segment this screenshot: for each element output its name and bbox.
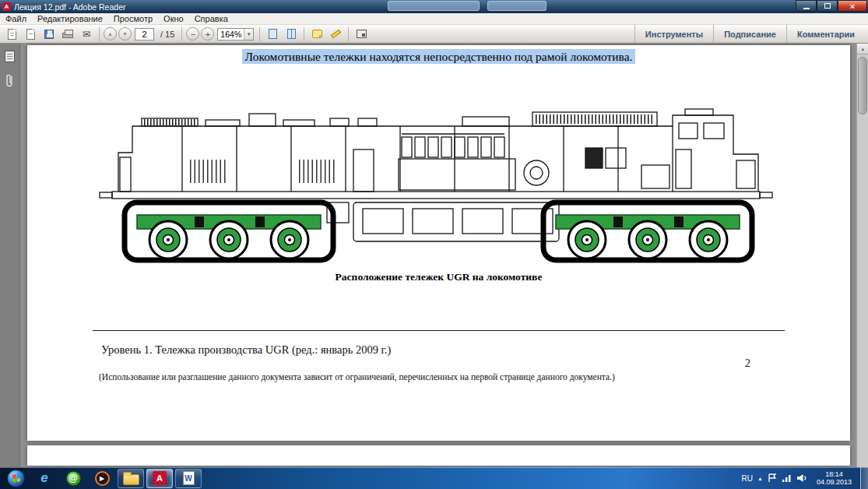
next-page-button[interactable]: ▼ <box>118 27 132 40</box>
zoom-level-value: 164% <box>218 30 244 39</box>
sticky-note-icon <box>312 30 322 38</box>
maximize-button[interactable] <box>817 0 838 12</box>
taskbar-clock[interactable]: 18:14 04.09.2013 <box>813 470 856 486</box>
close-button[interactable]: × <box>838 0 867 12</box>
start-button[interactable] <box>7 470 25 487</box>
toolbar-separator <box>259 27 260 41</box>
zoom-in-button[interactable]: + <box>201 27 214 40</box>
system-tray: RU ▲ 18:14 04.09.2013 <box>742 467 868 489</box>
print-button[interactable] <box>59 26 76 42</box>
document-page-number: 2 <box>27 357 850 370</box>
figure-caption: Расположение тележек UGR на локомотиве <box>27 271 850 283</box>
taskbar-explorer-button[interactable] <box>118 469 144 488</box>
desktop-screen: A Лекция 12.pdf - Adobe Reader × Файл Ре… <box>0 0 868 489</box>
footer-disclaimer: (Использование или разглашение данного д… <box>99 372 796 382</box>
right-bogie <box>543 202 752 260</box>
previous-page-button[interactable]: ▲ <box>104 27 117 40</box>
folder-icon <box>123 474 139 485</box>
menu-file[interactable]: Файл <box>0 13 32 24</box>
window-title: Лекция 12.pdf - Adobe Reader <box>14 2 125 12</box>
document-workspace: Локомотивные тележки находятся непосредс… <box>0 44 868 467</box>
footer-rule <box>93 330 785 331</box>
media-player-icon: ▶ <box>95 471 110 486</box>
language-indicator[interactable]: RU <box>742 474 753 483</box>
adobe-reader-app-icon: A <box>2 2 11 11</box>
selected-text-line[interactable]: Локомотивные тележки находятся непосредс… <box>27 50 850 64</box>
scrolling-mode-button[interactable] <box>264 26 281 42</box>
page-display-icon <box>287 29 296 39</box>
scroll-up-button[interactable]: ▲ <box>857 44 868 55</box>
network-icon[interactable] <box>782 473 792 483</box>
taskbar-media-player-button[interactable]: ▶ <box>89 469 115 488</box>
show-desktop-button[interactable] <box>860 467 868 489</box>
taskbar-word-button[interactable]: W <box>175 469 202 488</box>
email-button[interactable]: ✉ <box>78 26 95 42</box>
text-selection-highlight: Локомотивные тележки находятся непосредс… <box>242 49 636 64</box>
save-button[interactable] <box>40 26 58 42</box>
volume-icon[interactable] <box>796 473 808 483</box>
comment-panel-button[interactable]: Комментарии <box>786 25 865 43</box>
next-pdf-page <box>27 445 850 466</box>
maximize-icon <box>824 3 831 9</box>
attachments-button[interactable] <box>5 72 15 92</box>
create-pdf-icon <box>26 29 35 40</box>
left-bogie <box>125 202 333 260</box>
show-hidden-icons-button[interactable]: ▲ <box>757 476 763 481</box>
action-center-flag-icon[interactable] <box>768 473 777 483</box>
highlight-text-button[interactable] <box>327 26 344 42</box>
menu-window[interactable]: Окно <box>158 13 189 24</box>
locomotive-figure <box>27 103 850 265</box>
minimize-button[interactable] <box>796 0 817 12</box>
highlighter-icon <box>330 30 341 39</box>
page-count-label: / 15 <box>157 30 177 39</box>
sign-panel-button[interactable]: Подписание <box>713 25 786 43</box>
print-icon <box>62 33 73 38</box>
open-file-icon <box>8 29 16 40</box>
toolbar: ✉ ▲ ▼ / 15 − + 164% ▼ Инструменты Подпис… <box>0 25 868 44</box>
taskbar: e @ ▶ A W RU ▲ <box>0 467 868 489</box>
scrollbar-thumb[interactable] <box>858 57 867 114</box>
vertical-scrollbar[interactable]: ▲ <box>856 44 868 467</box>
create-pdf-button[interactable] <box>22 26 39 42</box>
background-window-glimpse <box>388 1 480 11</box>
locomotive-drawing <box>97 103 782 265</box>
toolbar-right-group: Инструменты Подписание Комментарии <box>634 25 865 43</box>
toolbar-separator <box>304 27 304 41</box>
menu-view[interactable]: Просмотр <box>108 13 158 24</box>
titlebar: A Лекция 12.pdf - Adobe Reader × <box>0 0 868 13</box>
chevron-down-icon: ▼ <box>244 29 253 40</box>
toolbar-separator <box>181 27 182 41</box>
word-document-icon: W <box>183 471 195 485</box>
taskbar-messenger-button[interactable]: @ <box>60 469 86 488</box>
toolbar-separator <box>99 27 100 41</box>
page-number-input[interactable] <box>135 28 154 40</box>
adobe-reader-icon: A <box>153 471 167 485</box>
fullscreen-button[interactable] <box>353 26 370 42</box>
taskbar-adobe-reader-button[interactable]: A <box>146 469 173 488</box>
menubar: Файл Редактирование Просмотр Окно Справк… <box>0 13 868 25</box>
navigation-pane <box>0 44 20 467</box>
background-window-glimpse <box>487 1 546 11</box>
fullscreen-icon <box>357 30 367 38</box>
zoom-level-select[interactable]: 164% ▼ <box>217 28 254 40</box>
zoom-out-button[interactable]: − <box>186 27 199 40</box>
minimize-icon <box>803 8 810 9</box>
scrolling-mode-icon <box>269 29 277 39</box>
save-icon <box>44 30 54 39</box>
menu-help[interactable]: Справка <box>189 13 234 24</box>
paperclip-icon <box>5 72 15 89</box>
internet-explorer-icon: e <box>40 470 47 486</box>
clock-date: 04.09.2013 <box>817 478 852 486</box>
page-display-button[interactable] <box>283 26 300 42</box>
open-file-button[interactable] <box>3 26 20 42</box>
taskbar-internet-explorer-button[interactable]: e <box>31 469 58 488</box>
clock-time: 18:14 <box>817 470 852 478</box>
messenger-icon: @ <box>66 471 81 486</box>
sticky-note-button[interactable] <box>308 26 325 42</box>
footer-level-line: Уровень 1. Тележка производства UGR (ред… <box>101 343 850 357</box>
page-thumbnails-button[interactable] <box>5 51 15 62</box>
menu-edit[interactable]: Редактирование <box>32 13 108 24</box>
tools-panel-button[interactable]: Инструменты <box>634 25 713 43</box>
window-controls: × <box>796 0 867 12</box>
toolbar-separator <box>348 27 349 41</box>
